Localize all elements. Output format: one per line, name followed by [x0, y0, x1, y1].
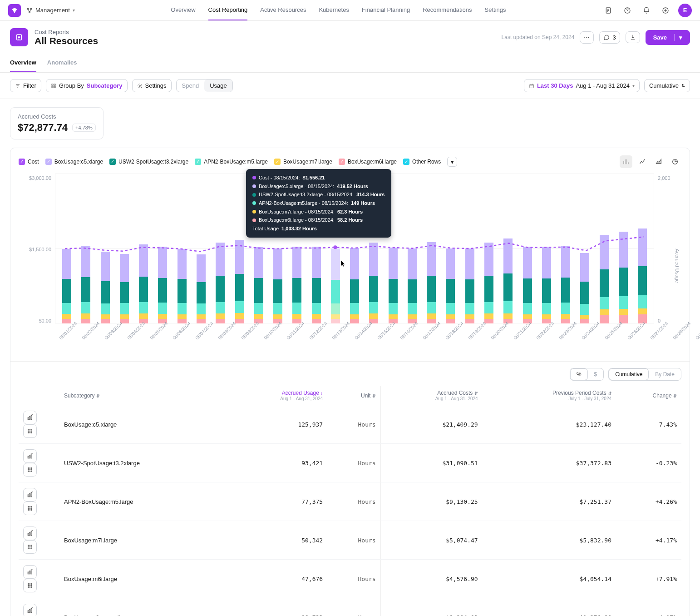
- nav-tab-recommendations[interactable]: Recommendations: [423, 0, 472, 20]
- drill-down-button[interactable]: [23, 449, 37, 463]
- drill-down-button[interactable]: [23, 411, 37, 424]
- cell-change: -7.43%: [616, 405, 681, 444]
- filter-button[interactable]: Filter: [10, 79, 41, 92]
- legend-item[interactable]: APN2-BoxUsage:m5.large: [195, 159, 268, 165]
- col-change[interactable]: Change ⇵: [616, 386, 681, 405]
- nav-tab-cost-reporting[interactable]: Cost Reporting: [208, 0, 248, 20]
- cell-unit: Hours: [327, 405, 380, 444]
- group-by-button[interactable]: Group By Subcategory: [46, 79, 128, 92]
- nav-tab-kubernetes[interactable]: Kubernetes: [319, 0, 349, 20]
- grid-button[interactable]: [23, 540, 37, 554]
- avatar[interactable]: E: [678, 4, 692, 17]
- drill-down-button[interactable]: [23, 527, 37, 540]
- drill-down-button[interactable]: [23, 565, 37, 579]
- legend-item[interactable]: USW2-SpotUsage:t3.2xlarge: [109, 159, 188, 165]
- legend-label: APN2-BoxUsage:m5.large: [204, 159, 268, 165]
- app-logo[interactable]: [8, 4, 21, 17]
- grid-button[interactable]: [23, 424, 37, 438]
- cell-usage: 29,723: [226, 598, 328, 616]
- workspace-label: Management: [35, 7, 70, 14]
- comments-button[interactable]: 3: [599, 31, 620, 44]
- cumulative-toggle[interactable]: Cumulative ⇅: [644, 79, 690, 92]
- legend-swatch: [339, 159, 345, 165]
- legend-item[interactable]: BoxUsage:m7i.large: [274, 159, 332, 165]
- svg-point-30: [28, 468, 29, 469]
- cell-change: +4.17%: [616, 598, 681, 616]
- nav-tab-active-resources[interactable]: Active Resources: [260, 0, 306, 20]
- spend-toggle[interactable]: Spend: [177, 79, 205, 92]
- download-button[interactable]: [626, 31, 640, 43]
- grid-icon: [51, 83, 56, 89]
- line-chart-tool[interactable]: [636, 155, 649, 168]
- area-chart-tool[interactable]: [652, 155, 665, 168]
- pct-dollar-toggle[interactable]: % $: [570, 368, 604, 381]
- subtab-overview[interactable]: Overview: [10, 54, 36, 72]
- legend-swatch: [109, 159, 116, 165]
- nav-tab-financial-planning[interactable]: Financial Planning: [362, 0, 410, 20]
- svg-point-44: [31, 507, 32, 507]
- bydate-tab[interactable]: By Date: [649, 368, 681, 380]
- usage-toggle[interactable]: Usage: [204, 79, 232, 92]
- save-button[interactable]: Save ▾: [646, 30, 690, 45]
- settings-button[interactable]: Settings: [132, 79, 172, 92]
- sort-icon: ⇵: [673, 393, 677, 398]
- breadcrumb[interactable]: Cost Reports: [35, 29, 98, 35]
- date-range-picker[interactable]: Last 30 Days Aug 1 - Aug 31 2024 ▾: [524, 79, 640, 92]
- chevron-down-icon: ▾: [674, 34, 682, 41]
- svg-point-23: [31, 431, 32, 432]
- bell-icon[interactable]: [640, 4, 653, 17]
- cell-cost: $4,576.90: [380, 560, 483, 598]
- dollar-toggle[interactable]: $: [588, 368, 604, 380]
- grid-button[interactable]: [23, 463, 37, 477]
- nav-tab-overview[interactable]: Overview: [171, 0, 195, 20]
- cumulative-tab[interactable]: Cumulative: [609, 368, 649, 380]
- range-label: Last 30 Days: [537, 82, 573, 89]
- col-accrued-usage[interactable]: Accrued Usage ↓ Aug 1 - Aug 31, 2024: [226, 386, 328, 405]
- legend-item[interactable]: Other Rows: [403, 159, 441, 165]
- help-icon[interactable]: [621, 4, 634, 17]
- bar-chart-tool[interactable]: [620, 155, 632, 168]
- cell-usage: 50,342: [226, 521, 328, 560]
- accrued-costs-label: Accrued Costs: [18, 113, 96, 120]
- grid-button[interactable]: [23, 579, 37, 592]
- chevron-down-icon: ▾: [632, 83, 635, 88]
- svg-point-48: [28, 510, 29, 511]
- nav-tab-settings[interactable]: Settings: [485, 0, 506, 20]
- more-menu-button[interactable]: ⋯: [580, 31, 594, 44]
- cell-usage: 93,421: [226, 444, 328, 482]
- legend-item[interactable]: BoxUsage:c5.xlarge: [45, 159, 103, 165]
- subtab-anomalies[interactable]: Anomalies: [47, 54, 77, 72]
- comments-count: 3: [612, 34, 616, 41]
- cell-subcategory: USW2-SpotUsage:t3.2xlarge: [59, 444, 226, 482]
- pie-chart-tool[interactable]: [669, 155, 681, 168]
- pct-toggle[interactable]: %: [570, 368, 588, 380]
- svg-point-55: [30, 545, 30, 546]
- cell-subcategory: BoxUsage:c6gn.medium: [59, 598, 226, 616]
- legend-item[interactable]: Cost: [19, 159, 39, 165]
- legend-item[interactable]: BoxUsage:m6i.large: [339, 159, 397, 165]
- report-icon[interactable]: [602, 4, 615, 17]
- workspace-switcher[interactable]: Management ▾: [26, 7, 75, 14]
- drill-down-button[interactable]: [23, 604, 37, 616]
- mouse-cursor-icon: [340, 260, 346, 267]
- spend-usage-toggle[interactable]: Spend Usage: [176, 79, 233, 92]
- cumulative-bydate-toggle[interactable]: Cumulative By Date: [608, 368, 681, 381]
- svg-point-61: [30, 548, 30, 549]
- drill-down-button[interactable]: [23, 488, 37, 502]
- sort-icon: ⇅: [681, 83, 685, 88]
- sort-icon: ⇵: [608, 391, 611, 396]
- col-previous-costs[interactable]: Previous Period Costs ⇵ July 1 - July 31…: [483, 386, 616, 405]
- add-icon[interactable]: [659, 4, 672, 17]
- legend-more-button[interactable]: ▾: [447, 157, 457, 167]
- grid-button[interactable]: [23, 502, 37, 515]
- page-title: All Resources: [35, 35, 98, 46]
- col-accrued-costs[interactable]: Accrued Costs ⇵ Aug 1 - Aug 31, 2024: [380, 386, 483, 405]
- col-unit[interactable]: Unit ⇵: [327, 386, 380, 405]
- svg-point-62: [31, 548, 32, 549]
- cell-cost: $1,284.03: [380, 598, 483, 616]
- col-subcategory[interactable]: Subcategory ⇵: [59, 386, 226, 405]
- table-row: APN2-BoxUsage:m5.large 77,375 Hours $9,1…: [19, 482, 681, 521]
- legend-label: BoxUsage:c5.xlarge: [54, 159, 103, 165]
- cell-subcategory: BoxUsage:m7i.large: [59, 521, 226, 560]
- chart-plot[interactable]: Cost - 08/15/2024: $1,556.21BoxUsage:c5.…: [55, 174, 654, 323]
